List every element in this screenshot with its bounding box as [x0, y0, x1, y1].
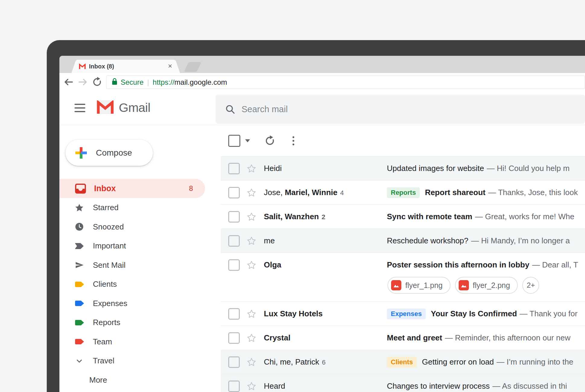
- row-subject: Meet and greet: [387, 333, 442, 343]
- row-subject-cell: Meet and greet — Reminder, this afternoo…: [387, 333, 585, 343]
- row-snippet: — Thank you for: [520, 309, 577, 318]
- row-sender: Salit, Wanzhen2: [264, 212, 387, 221]
- attachments-row: flyer_1.png flyer_2.png 2+: [221, 277, 585, 302]
- label-chip[interactable]: Expenses: [387, 308, 426, 319]
- row-subject: Reschedule workshop?: [387, 236, 468, 245]
- sidebar-item-travel[interactable]: Travel: [59, 351, 215, 371]
- gmail-logo: Gmail: [96, 100, 150, 115]
- attachment-chip[interactable]: flyer_2.png: [455, 277, 518, 294]
- chevron-down-icon: [74, 357, 85, 365]
- label-chip[interactable]: Clients: [387, 357, 417, 368]
- attachment-chip[interactable]: flyer_1.png: [387, 277, 451, 294]
- search-input[interactable]: [242, 104, 422, 114]
- attachment-name: flyer_2.png: [473, 281, 510, 290]
- page: Inbox (8) × Secure | https:// mail.googl…: [0, 0, 585, 392]
- sidebar-item-label: Reports: [93, 318, 120, 327]
- star-outline-icon[interactable]: [246, 163, 257, 174]
- sidebar-item-team[interactable]: Team: [59, 332, 215, 352]
- star-outline-icon[interactable]: [246, 309, 257, 319]
- select-dropdown-caret-icon[interactable]: [245, 139, 250, 142]
- tag-icon: [74, 338, 85, 345]
- browser-tab[interactable]: Inbox (8) ×: [71, 60, 180, 73]
- tab-close-icon[interactable]: ×: [168, 62, 172, 70]
- row-subject: Poster session this afternoon in lobby: [387, 260, 529, 270]
- mail-row[interactable]: Salit, Wanzhen2 Sync with remote team — …: [221, 204, 585, 229]
- row-checkbox[interactable]: [228, 187, 240, 198]
- row-checkbox[interactable]: [228, 308, 240, 320]
- row-subject-cell: Clients Getting error on load — I’m runn…: [387, 357, 585, 368]
- compose-button[interactable]: Compose: [65, 140, 153, 166]
- attachment-name: flyer_1.png: [405, 281, 443, 290]
- sidebar-item-expenses[interactable]: Expenses: [59, 294, 215, 313]
- mail-row[interactable]: Chi, me, Patrick6 Clients Getting error …: [221, 350, 585, 374]
- sidebar-item-more[interactable]: More: [59, 371, 215, 390]
- row-snippet: — Hi Mandy, I’m no longer a: [471, 236, 570, 245]
- row-checkbox[interactable]: [228, 163, 240, 174]
- label-chip[interactable]: Reports: [387, 187, 420, 198]
- star-outline-icon[interactable]: [246, 188, 257, 198]
- row-snippet: — Thanks, Jose, this look: [488, 188, 578, 197]
- address-bar[interactable]: Secure | https:// mail.google.com: [106, 75, 585, 89]
- sidebar-item-label: Inbox: [94, 184, 116, 193]
- inbox-unread-count: 8: [189, 184, 193, 193]
- refresh-button[interactable]: [264, 135, 275, 146]
- select-all-checkbox[interactable]: [228, 135, 240, 147]
- row-subject: Getting error on load: [422, 357, 494, 367]
- more-attachments-badge[interactable]: 2+: [522, 277, 539, 294]
- mail-row[interactable]: me Reschedule workshop? — Hi Mandy, I’m …: [221, 229, 585, 253]
- search-bar[interactable]: [216, 95, 585, 124]
- star-outline-icon[interactable]: [246, 212, 257, 222]
- sidebar-item-label: Expenses: [93, 299, 127, 308]
- row-checkbox[interactable]: [228, 356, 240, 368]
- mail-list: Heidi Updated images for website — Hi! C…: [221, 125, 585, 392]
- tab-shape: [71, 60, 180, 73]
- tag-icon: [74, 319, 85, 326]
- more-options-icon[interactable]: [292, 136, 295, 146]
- gmail-envelope-icon: [96, 100, 114, 115]
- star-outline-icon[interactable]: [246, 333, 257, 343]
- row-subject: Report shareout: [425, 188, 485, 197]
- sidebar-item-starred[interactable]: Starred: [59, 198, 215, 217]
- row-snippet: — As discussed in thi: [492, 381, 567, 391]
- row-subject: Your Stay Is Confirmed: [431, 309, 517, 318]
- back-button[interactable]: [63, 77, 74, 88]
- row-subject: Sync with remote team: [387, 212, 472, 221]
- forward-button[interactable]: [78, 77, 88, 88]
- star-outline-icon[interactable]: [246, 357, 257, 367]
- sidebar-item-important[interactable]: Important: [59, 236, 215, 256]
- row-checkbox[interactable]: [228, 381, 240, 392]
- hamburger-menu-icon[interactable]: [74, 104, 85, 112]
- row-sender: Chi, me, Patrick6: [264, 357, 387, 367]
- sidebar-item-label: Starred: [93, 203, 119, 212]
- row-sender: Lux Stay Hotels: [264, 309, 387, 318]
- sidebar-item-label: Team: [93, 337, 112, 346]
- sidebar: Starred Snoozed Important Sent Mail Clie…: [59, 198, 215, 390]
- mail-row[interactable]: Crystal Meet and greet — Reminder, this …: [221, 326, 585, 350]
- sidebar-item-label: Snoozed: [93, 222, 124, 232]
- row-checkbox[interactable]: [228, 211, 240, 223]
- gmail-favicon-icon: [79, 64, 86, 71]
- row-checkbox[interactable]: [228, 235, 240, 247]
- reload-button[interactable]: [92, 77, 102, 88]
- row-checkbox[interactable]: [228, 332, 240, 344]
- mail-row[interactable]: Lux Stay Hotels Expenses Your Stay Is Co…: [221, 302, 585, 326]
- mail-row[interactable]: Jose, Mariel, Winnie4 Reports Report sha…: [221, 180, 585, 204]
- mail-row[interactable]: Heidi Updated images for website — Hi! C…: [221, 156, 585, 180]
- sidebar-item-clients[interactable]: Clients: [59, 275, 215, 294]
- sidebar-item-sent-mail[interactable]: Sent Mail: [59, 256, 215, 275]
- sidebar-item-label: Sent Mail: [93, 261, 125, 270]
- image-file-icon: [459, 280, 469, 290]
- star-outline-icon[interactable]: [246, 381, 257, 391]
- thread-count: 2: [322, 213, 325, 221]
- compose-label: Compose: [96, 148, 132, 158]
- star-outline-icon[interactable]: [246, 260, 257, 270]
- mail-row[interactable]: Olga Poster session this afternoon in lo…: [221, 253, 585, 302]
- row-checkbox[interactable]: [228, 259, 240, 271]
- sidebar-item-snoozed[interactable]: Snoozed: [59, 217, 215, 237]
- star-outline-icon[interactable]: [246, 236, 257, 246]
- sidebar-item-reports[interactable]: Reports: [59, 313, 215, 332]
- row-snippet: — I’m running into the: [497, 357, 573, 367]
- mail-row[interactable]: Heard Changes to interview process — As …: [221, 374, 585, 392]
- sidebar-item-inbox[interactable]: Inbox 8: [59, 179, 205, 198]
- row-subject-cell: Sync with remote team — Great, works for…: [387, 212, 585, 221]
